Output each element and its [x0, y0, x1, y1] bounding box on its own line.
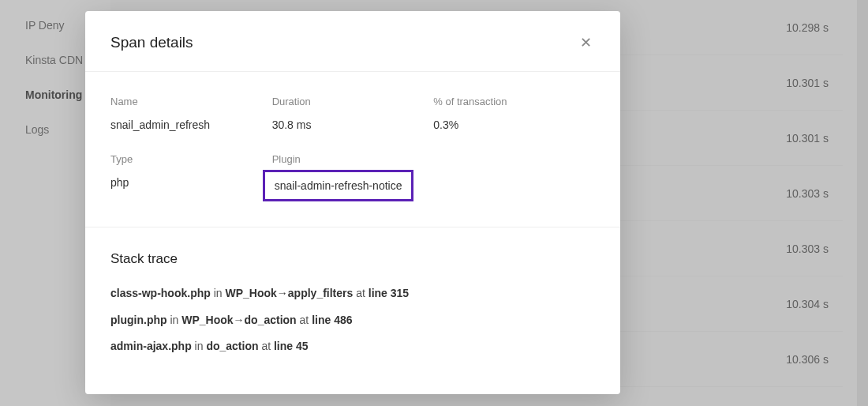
detail-value: snail-admin-refresh-notice	[275, 179, 402, 192]
stack-file: admin-ajax.php	[110, 340, 192, 352]
modal-title: Span details	[110, 34, 193, 51]
stack-trace-title: Stack trace	[110, 251, 595, 267]
stack-file: plugin.php	[110, 314, 167, 326]
stack-in: in	[167, 314, 182, 326]
detail-label: Plugin	[272, 153, 434, 165]
detail-value: 30.8 ms	[272, 118, 434, 131]
detail-label: Type	[110, 153, 272, 165]
modal-overlay[interactable]: Span details ✕ Name snail_admin_refresh …	[0, 0, 868, 406]
stack-in: in	[192, 340, 207, 352]
stack-func: WP_Hook→do_action	[181, 314, 296, 326]
plugin-highlight: snail-admin-refresh-notice	[263, 170, 414, 201]
stack-loc: line 315	[369, 287, 409, 299]
close-icon: ✕	[580, 34, 592, 51]
stack-line: admin-ajax.php in do_action at line 45	[110, 339, 595, 355]
stack-at: at	[353, 287, 368, 299]
stack-line: plugin.php in WP_Hook→do_action at line …	[110, 313, 595, 329]
modal-body: Name snail_admin_refresh Duration 30.8 m…	[85, 72, 620, 394]
stack-at: at	[259, 340, 274, 352]
stack-func: WP_Hook→apply_filters	[225, 287, 353, 299]
stack-loc: line 45	[274, 340, 309, 352]
detail-value: php	[110, 176, 272, 189]
detail-pct: % of transaction 0.3%	[433, 96, 595, 131]
detail-duration: Duration 30.8 ms	[272, 96, 434, 131]
stack-at: at	[297, 314, 312, 326]
detail-label: Duration	[272, 96, 434, 107]
detail-value: 0.3%	[433, 118, 595, 131]
modal-header: Span details ✕	[85, 11, 620, 72]
detail-label: % of transaction	[433, 96, 595, 107]
stack-line: class-wp-hook.php in WP_Hook→apply_filte…	[110, 286, 595, 302]
divider	[85, 227, 620, 227]
stack-in: in	[211, 287, 226, 299]
detail-value: snail_admin_refresh	[110, 118, 272, 131]
detail-name: Name snail_admin_refresh	[110, 96, 272, 131]
close-button[interactable]: ✕	[576, 33, 595, 52]
detail-type: Type php	[110, 153, 272, 201]
details-grid: Name snail_admin_refresh Duration 30.8 m…	[110, 96, 595, 224]
detail-label: Name	[110, 96, 272, 107]
stack-file: class-wp-hook.php	[110, 287, 211, 299]
span-details-modal: Span details ✕ Name snail_admin_refresh …	[85, 11, 620, 394]
detail-plugin: Plugin snail-admin-refresh-notice	[272, 153, 434, 201]
stack-func: do_action	[206, 340, 258, 352]
stack-loc: line 486	[312, 314, 352, 326]
